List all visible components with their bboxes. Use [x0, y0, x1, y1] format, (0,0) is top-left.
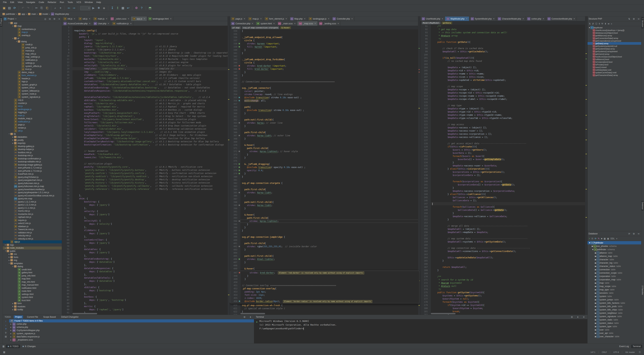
- structure-item[interactable]: m delete(accessObject):bool: [588, 32, 641, 34]
- chevron-right-icon[interactable]: ▶: [12, 142, 14, 144]
- close-icon[interactable]: ✕: [273, 23, 274, 25]
- code-line[interactable]: 30 hoverIntent: 'lib/jquery.hoverIntent.…: [62, 118, 230, 121]
- close-icon[interactable]: ✕: [466, 18, 467, 20]
- tree-item[interactable]: ▶fonts: [3, 256, 62, 259]
- editor-tab-user-php[interactable]: phpUser.php✕: [92, 21, 111, 26]
- code-line[interactable]: 117 $mapData->type = (object) [];: [420, 107, 587, 110]
- code-line[interactable]: 161 // map connection data -------------…: [420, 246, 587, 250]
- code-line[interactable]: 77 datatablesResponsive: {: [62, 267, 230, 270]
- tree-item[interactable]: JSsystem_route.js: [3, 93, 62, 96]
- tree-item[interactable]: JSbootstrap-image-gallery.js: [3, 163, 62, 166]
- chevron-right-icon[interactable]: ▶: [595, 268, 596, 271]
- code-line[interactable]: 104 $mapData = (object) [];: [420, 66, 587, 69]
- code-line[interactable]: 118 $mapData->type->id = $this->typeId->…: [420, 110, 587, 113]
- tree-item[interactable]: JSlogo.js: [3, 80, 62, 83]
- code-line[interactable]: 138 $corporationData = [];: [420, 174, 587, 177]
- tree-item[interactable]: h5map_info.html: [3, 280, 62, 283]
- editor-tab-connection-php[interactable]: phpConnection.php✕: [230, 21, 255, 26]
- code-line[interactable]: 29 dragToSelect: 'lib/jquery.dragToSelec…: [62, 115, 230, 118]
- tree-item[interactable]: JSsystem_info.js: [3, 86, 62, 90]
- close-icon[interactable]: ✕: [304, 18, 305, 20]
- code-line[interactable]: 35 blueImpGallery: 'lib/blueimp-gallery'…: [62, 134, 230, 137]
- close-icon[interactable]: ✕: [106, 18, 107, 20]
- statusbar-line-separator[interactable]: CRLF: [602, 351, 607, 353]
- close-icon[interactable]: ✕: [89, 23, 90, 25]
- sync-icon[interactable]: ⟳: [628, 232, 631, 235]
- chevron-right-icon[interactable]: ▶: [4, 244, 7, 246]
- code-line[interactable]: 64 },: [62, 226, 230, 229]
- code-line[interactable]: 76 },: [62, 264, 230, 267]
- sync-icon[interactable]: ⟳: [12, 6, 17, 11]
- code-line[interactable]: 124 $mapData->access->user = [];: [420, 129, 587, 132]
- code-line[interactable]: 403 }: [230, 248, 420, 251]
- chevron-right-icon[interactable]: ▶: [595, 272, 596, 274]
- code-line[interactable]: 387: [230, 197, 420, 201]
- tree-item[interactable]: ▶⠿alliance_map : table: [588, 254, 641, 258]
- tree-item[interactable]: JScredit.js: [3, 43, 62, 46]
- tree-item[interactable]: JSmain.js: [3, 114, 62, 117]
- horizontal-scrollbar[interactable]: [240, 313, 265, 314]
- chevron-right-icon[interactable]: ▶: [4, 247, 7, 249]
- tree-item[interactable]: JSmanual.js: [3, 49, 62, 53]
- code-line[interactable]: 158 // map system data -----------------…: [420, 237, 587, 240]
- close-icon[interactable]: ✕: [442, 18, 443, 20]
- tree-item[interactable]: ▶⠿map : table: [588, 281, 641, 284]
- todo-file-item[interactable]: ▶phpcortex.php: [9, 322, 254, 325]
- chevron-right-icon[interactable]: ▶: [595, 308, 596, 311]
- editor-tab-init-js[interactable]: JSinit.js✕: [62, 17, 77, 21]
- expand-all-icon[interactable]: ⬍: [604, 23, 606, 25]
- tree-item[interactable]: ▶⠿system_jumps : table: [588, 298, 641, 301]
- breadcrumb-chip[interactable]: svg.pf-map-connection-stargate: [242, 27, 279, 29]
- code-line[interactable]: 405 path:not(:first-child){: [230, 254, 420, 258]
- code-line[interactable]: 115: [420, 101, 587, 104]
- save-icon[interactable]: ▤: [7, 6, 12, 11]
- code-line[interactable]: 399svg.pf-map-connection-jumpbridge {: [230, 235, 420, 239]
- code-line[interactable]: 357: [230, 102, 420, 106]
- code-line[interactable]: 346 fill: $red-darker !important;: [230, 68, 420, 71]
- tree-item[interactable]: 010raphael-min.js: [3, 216, 62, 219]
- tree-item[interactable]: h5settings.html: [3, 293, 62, 296]
- chevron-right-icon[interactable]: ▶: [12, 303, 14, 304]
- code-line[interactable]: 400: [230, 239, 420, 242]
- code-line[interactable]: 94 * @return array: [420, 34, 587, 37]
- code-line[interactable]: 75 deps: ['datatables']: [62, 260, 230, 264]
- code-line[interactable]: 121: [420, 120, 587, 123]
- tree-item[interactable]: 010jquery-1.11.2.min.js: [3, 200, 62, 203]
- code-line[interactable]: 79 },: [62, 273, 230, 276]
- tree-item[interactable]: JSmap_settings.js: [3, 56, 62, 59]
- tree-item[interactable]: ▶⠿system_static : table: [588, 318, 641, 321]
- edit-icon[interactable]: ✎: [598, 237, 600, 240]
- code-line[interactable]: 453 padding: 1px 4px;: [230, 290, 419, 293]
- code-line[interactable]: 106 $mapData->name = $this->name;: [420, 72, 587, 75]
- tree-item[interactable]: JSmap.js: [3, 31, 62, 34]
- editor-tab-system-html[interactable]: h5system.html✕: [255, 21, 276, 26]
- hide-icon[interactable]: ⇟: [249, 316, 252, 318]
- code-line[interactable]: 164 $this->updateCacheData($mapDataAll);: [420, 256, 587, 259]
- code-line[interactable]: 62 velocityUI: {: [62, 219, 230, 222]
- tree-item[interactable]: ▶logs: [3, 243, 62, 246]
- close-icon[interactable]: ✕: [582, 316, 586, 318]
- code-line[interactable]: 377 @include transition( opacity 0.18s e…: [230, 166, 420, 169]
- chevron-down-icon[interactable]: ▼: [588, 242, 591, 244]
- close-icon[interactable]: ✕: [522, 18, 524, 20]
- code-line[interactable]: 53: [62, 191, 230, 194]
- tree-item[interactable]: ▼DBPathfinder: [588, 241, 641, 244]
- chevron-down-icon[interactable]: ▼: [15, 41, 18, 42]
- code-editor[interactable]: 91 /**92 * get map data93 * -> this incl…: [420, 25, 587, 315]
- settings-icon[interactable]: ⚙: [632, 232, 636, 235]
- tree-item[interactable]: JSsettings.js: [3, 62, 62, 65]
- code-line[interactable]: 96 public function getData(){: [420, 41, 587, 44]
- code-line[interactable]: 149 $allianceData[] = $alliance->getData…: [420, 208, 587, 212]
- statusbar-vcs-branch[interactable]: Git: master: [625, 351, 635, 353]
- code-line[interactable]: 110 // map scope: [420, 85, 587, 88]
- code-line[interactable]: 364 }: [230, 125, 420, 128]
- code-line[interactable]: 28 easyPieChart: 'lib/jquery.easypiechar…: [62, 112, 230, 115]
- tree-item[interactable]: ▶⠿character : table: [588, 258, 641, 261]
- code-line[interactable]: 97: [420, 44, 587, 47]
- locate-icon[interactable]: ◎: [44, 18, 47, 20]
- hide-icon[interactable]: ⇥: [636, 232, 640, 235]
- tree-item[interactable]: JSform_element.js: [3, 74, 62, 77]
- code-line[interactable]: 11 mustache: 'lib/mustache.min', // v1.0…: [62, 58, 230, 61]
- code-line[interactable]: 395 }: [230, 223, 420, 226]
- editor-tab-systemmodel-php[interactable]: phpSystemModel.php✕: [469, 17, 496, 21]
